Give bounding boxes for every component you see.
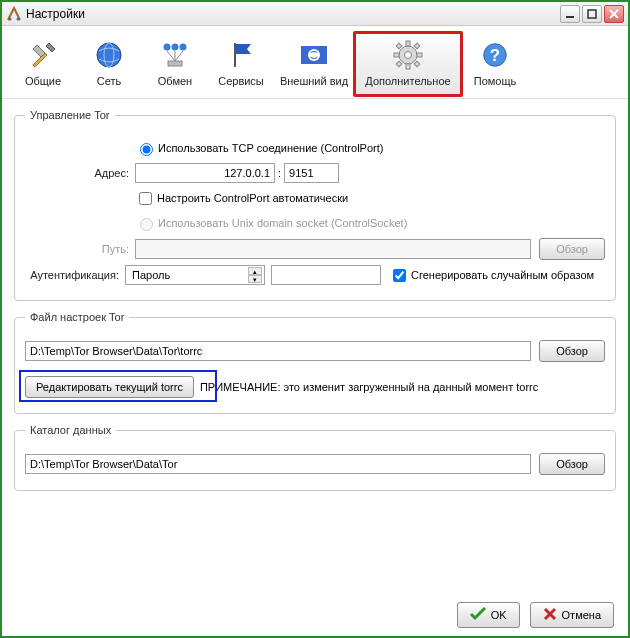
address-label: Адрес: — [25, 167, 135, 179]
socket-path-input — [135, 239, 531, 259]
address-separator: : — [275, 167, 284, 179]
help-icon: ? — [479, 39, 511, 71]
check-icon — [470, 607, 486, 623]
titlebar: Настройки — [2, 2, 628, 26]
emblem-icon — [298, 39, 330, 71]
auth-label: Аутентификация: — [25, 269, 125, 281]
dialog-footer: OK Отмена — [457, 602, 614, 628]
socket-path-browse-button[interactable]: Обзор — [539, 238, 605, 260]
use-tcp-radio[interactable] — [140, 143, 153, 156]
svg-point-0 — [9, 17, 12, 20]
path-label: Путь: — [25, 243, 135, 255]
tor-control-legend: Управление Tor — [25, 109, 115, 121]
use-socket-radio[interactable] — [140, 218, 153, 231]
torrc-note: ПРИМЕЧАНИЕ: это изменит загруженный на д… — [200, 381, 538, 393]
svg-rect-24 — [396, 61, 402, 67]
ok-button[interactable]: OK — [457, 602, 520, 628]
close-button[interactable] — [604, 5, 624, 23]
svg-rect-19 — [406, 64, 410, 69]
tab-services[interactable]: Сервисы — [208, 32, 274, 96]
svg-rect-22 — [396, 43, 402, 49]
svg-point-17 — [405, 52, 412, 59]
torrc-legend: Файл настроек Tor — [25, 311, 129, 323]
chevrons-icon: ▴▾ — [248, 267, 262, 283]
torrc-browse-button[interactable]: Обзор — [539, 340, 605, 362]
datadir-group: Каталог данных Обзор — [14, 424, 616, 491]
gear-icon — [392, 39, 424, 71]
tab-advanced[interactable]: Дополнительное — [354, 32, 462, 96]
maximize-button[interactable] — [582, 5, 602, 23]
tab-exchange[interactable]: Обмен — [142, 32, 208, 96]
svg-rect-25 — [414, 61, 420, 67]
window-title: Настройки — [26, 7, 560, 21]
random-checkbox[interactable] — [393, 269, 406, 282]
svg-point-10 — [180, 44, 187, 51]
torrc-path-input[interactable] — [25, 341, 531, 361]
tab-network[interactable]: Сеть — [76, 32, 142, 96]
svg-point-6 — [97, 43, 121, 67]
cross-icon — [543, 607, 557, 623]
auth-value-input[interactable] — [271, 265, 381, 285]
auto-controlport-checkbox[interactable] — [139, 192, 152, 205]
edit-torrc-button[interactable]: Редактировать текущий torrc — [25, 376, 194, 398]
tab-help[interactable]: ? Помощь — [462, 32, 528, 96]
tor-control-group: Управление Tor Использовать TCP соединен… — [14, 109, 616, 301]
svg-text:?: ? — [490, 46, 500, 65]
datadir-path-input[interactable] — [25, 454, 531, 474]
window-buttons — [560, 5, 624, 23]
torrc-group: Файл настроек Tor Обзор Редактировать те… — [14, 311, 616, 414]
datadir-legend: Каталог данных — [25, 424, 116, 436]
toolbar: Общие Сеть Обмен Сервисы — [2, 26, 628, 99]
flag-icon — [225, 39, 257, 71]
svg-rect-3 — [588, 10, 596, 18]
tab-general[interactable]: Общие — [10, 32, 76, 96]
cancel-button[interactable]: Отмена — [530, 602, 614, 628]
address-port-input[interactable] — [284, 163, 339, 183]
minimize-button[interactable] — [560, 5, 580, 23]
auto-controlport-label: Настроить ControlPort автоматически — [157, 192, 348, 204]
random-label: Сгенерировать случайным образом — [411, 269, 594, 281]
svg-rect-21 — [417, 53, 422, 57]
use-socket-label: Использовать Unix domain socket (Control… — [158, 217, 407, 229]
svg-rect-18 — [406, 41, 410, 46]
globe-icon — [93, 39, 125, 71]
app-icon — [6, 6, 22, 22]
use-tcp-label: Использовать TCP соединение (ControlPort… — [158, 142, 383, 154]
svg-point-1 — [17, 17, 20, 20]
address-host-input[interactable] — [135, 163, 275, 183]
svg-rect-23 — [414, 43, 420, 49]
tools-icon — [27, 39, 59, 71]
content-area: Управление Tor Использовать TCP соединен… — [2, 99, 628, 511]
tab-appearance[interactable]: Внешний вид — [274, 32, 354, 96]
svg-point-9 — [172, 44, 179, 51]
datadir-browse-button[interactable]: Обзор — [539, 453, 605, 475]
auth-mode-select[interactable]: Пароль ▴▾ — [125, 265, 265, 285]
svg-point-8 — [164, 44, 171, 51]
network-nodes-icon — [159, 39, 191, 71]
svg-rect-11 — [168, 61, 182, 66]
svg-rect-20 — [394, 53, 399, 57]
